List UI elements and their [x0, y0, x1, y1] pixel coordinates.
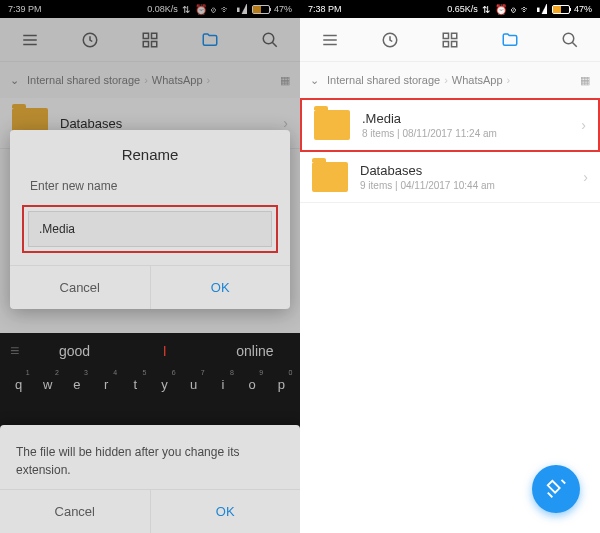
svg-point-8 — [263, 33, 274, 44]
folder-name: .Media — [362, 111, 581, 126]
battery-pct: 47% — [274, 4, 292, 14]
key-o[interactable]: 9o — [239, 371, 265, 398]
svg-line-9 — [272, 42, 277, 47]
chevron-right-icon: › — [207, 74, 211, 86]
key-w[interactable]: 2w — [35, 371, 61, 398]
clock-icon[interactable] — [80, 30, 100, 50]
chevron-right-icon: › — [144, 74, 148, 86]
svg-rect-14 — [443, 33, 448, 38]
rename-input[interactable] — [28, 211, 272, 247]
breadcrumb[interactable]: ⌄ Internal shared storage › WhatsApp › ▦ — [300, 62, 600, 98]
folder-icon — [312, 162, 348, 192]
folder-meta: 8 items | 08/11/2017 11:24 am — [362, 128, 581, 139]
key-r[interactable]: 4r — [93, 371, 119, 398]
battery-pct: 47% — [574, 4, 592, 14]
status-icons: ⇅ ⏰ ⊘ ᯤ ▮◢ — [182, 4, 248, 15]
ok-button[interactable]: OK — [151, 490, 301, 533]
breadcrumb-path2[interactable]: WhatsApp — [152, 74, 203, 86]
folder-name: Databases — [60, 116, 283, 131]
toolbar — [0, 18, 300, 62]
chevron-down-icon[interactable]: ⌄ — [310, 74, 319, 87]
search-icon[interactable] — [260, 30, 280, 50]
chevron-right-icon: › — [507, 74, 511, 86]
folder-icon — [314, 110, 350, 140]
grid-icon[interactable] — [140, 30, 160, 50]
cancel-button[interactable]: Cancel — [10, 266, 151, 309]
key-e[interactable]: 3e — [64, 371, 90, 398]
folder-meta: 9 items | 04/11/2017 10:44 am — [360, 180, 583, 191]
chevron-right-icon: › — [583, 169, 588, 185]
breadcrumb-path2[interactable]: WhatsApp — [452, 74, 503, 86]
view-grid-icon[interactable]: ▦ — [580, 74, 590, 87]
key-p[interactable]: 0p — [268, 371, 294, 398]
menu-icon[interactable] — [320, 30, 340, 50]
dialog-label: Enter new name — [10, 179, 290, 193]
key-q[interactable]: 1q — [6, 371, 32, 398]
status-icons: ⇅ ⏰ ⊘ ᯤ ▮◢ — [482, 4, 548, 15]
folder-item-media[interactable]: .Media 8 items | 08/11/2017 11:24 am › — [300, 98, 600, 152]
breadcrumb[interactable]: ⌄ Internal shared storage › WhatsApp › ▦ — [0, 62, 300, 98]
cancel-button[interactable]: Cancel — [0, 490, 151, 533]
search-icon[interactable] — [560, 30, 580, 50]
suggestion-1[interactable]: good — [29, 343, 119, 359]
menu-icon[interactable] — [20, 30, 40, 50]
breadcrumb-path1[interactable]: Internal shared storage — [27, 74, 140, 86]
chevron-right-icon: › — [581, 117, 586, 133]
chevron-down-icon[interactable]: ⌄ — [10, 74, 19, 87]
svg-line-19 — [572, 42, 577, 47]
extension-warning-dialog: The file will be hidden after you change… — [0, 425, 300, 533]
svg-rect-16 — [443, 41, 448, 46]
grid-icon[interactable] — [440, 30, 460, 50]
dialog-title: Rename — [10, 146, 290, 163]
kb-menu-icon[interactable]: ≡ — [0, 342, 29, 360]
svg-rect-5 — [152, 33, 157, 38]
warning-text: The file will be hidden after you change… — [16, 443, 284, 479]
chevron-right-icon: › — [283, 115, 288, 131]
folder-tab-icon[interactable] — [200, 30, 220, 50]
breadcrumb-path1[interactable]: Internal shared storage — [327, 74, 440, 86]
svg-rect-4 — [143, 33, 148, 38]
key-i[interactable]: 8i — [210, 371, 236, 398]
toolbar — [300, 18, 600, 62]
svg-rect-6 — [143, 41, 148, 46]
net-speed: 0.08K/s — [147, 4, 178, 14]
key-y[interactable]: 6y — [152, 371, 178, 398]
rename-dialog: Rename Enter new name Cancel OK — [10, 130, 290, 309]
status-bar: 7:39 PM 0.08K/s ⇅ ⏰ ⊘ ᯤ ▮◢ 47% — [0, 0, 300, 18]
status-time: 7:39 PM — [8, 4, 42, 14]
status-bar: 7:38 PM 0.65K/s ⇅ ⏰ ⊘ ᯤ ▮◢ 47% — [300, 0, 600, 18]
folder-tab-icon[interactable] — [500, 30, 520, 50]
svg-rect-7 — [152, 41, 157, 46]
battery-icon — [552, 5, 570, 14]
suggestion-2[interactable]: I — [120, 343, 210, 359]
folder-item-databases[interactable]: Databases 9 items | 04/11/2017 10:44 am … — [300, 152, 600, 203]
svg-point-18 — [563, 33, 574, 44]
input-highlight — [22, 205, 278, 253]
key-u[interactable]: 7u — [181, 371, 207, 398]
view-grid-icon[interactable]: ▦ — [280, 74, 290, 87]
net-speed: 0.65K/s — [447, 4, 478, 14]
suggestion-3[interactable]: online — [210, 343, 300, 359]
key-t[interactable]: 5t — [122, 371, 148, 398]
battery-icon — [252, 5, 270, 14]
folder-name: Databases — [360, 163, 583, 178]
svg-rect-17 — [452, 41, 457, 46]
ok-button[interactable]: OK — [151, 266, 291, 309]
clock-icon[interactable] — [380, 30, 400, 50]
status-time: 7:38 PM — [308, 4, 342, 14]
clean-fab-button[interactable] — [532, 465, 580, 513]
chevron-right-icon: › — [444, 74, 448, 86]
svg-rect-15 — [452, 33, 457, 38]
